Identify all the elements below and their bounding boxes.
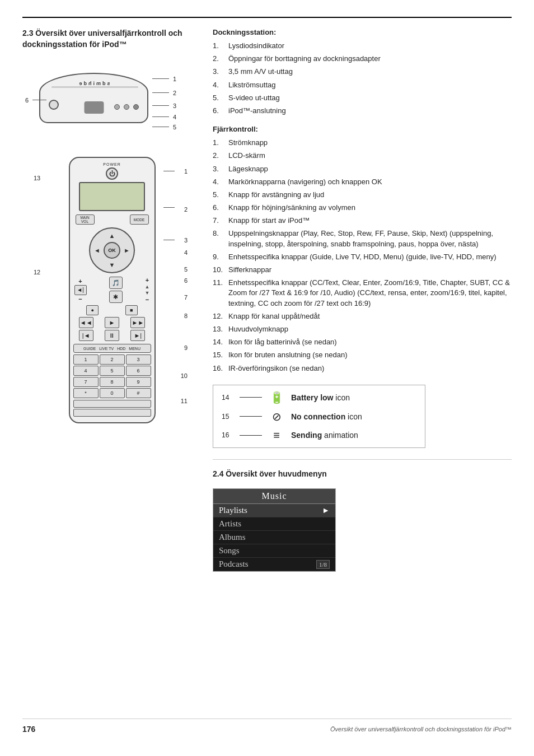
legend-line-15 (240, 416, 262, 417)
remote-lbl-3: 3 (184, 237, 188, 244)
btn-0[interactable]: 0 (100, 388, 125, 398)
power-section: POWER ⏻ (73, 162, 151, 180)
transport-row3: |◄ ⏸ ►| (73, 330, 151, 341)
remote-lbl-2: 2 (184, 206, 188, 213)
rec-btn[interactable]: ● (86, 305, 99, 315)
remote-item-4: 4. Markörknapparna (navigering) och knap… (213, 177, 512, 187)
remote-item-2: 2. LCD-skärm (213, 151, 512, 161)
ch-up[interactable]: ▲ (145, 284, 150, 290)
btn-8[interactable]: 8 (100, 377, 125, 387)
vol-minus-left[interactable]: − (78, 296, 82, 302)
page-number: 176 (22, 725, 35, 734)
pause-btn[interactable]: ⏸ (105, 330, 119, 341)
dock-knob (49, 100, 59, 110)
page: 2.3 Översikt över universalfjärrkontroll… (0, 0, 534, 756)
dock-item-6: 6. iPod™-anslutning (213, 106, 512, 116)
ch-plus-right[interactable]: + (146, 277, 149, 283)
menu-screenshot: Music Playlists ► Artists Albums Songs (213, 488, 336, 572)
mode-btn[interactable]: MODE (130, 214, 149, 225)
dock-diagram: sdmihde 1 2 3 4 5 6 (22, 59, 179, 146)
sending-animation-icon: ≡ (269, 429, 284, 442)
power-button[interactable]: ⏻ (106, 167, 118, 180)
guide-row[interactable]: GUIDE LIVE TV HDD MENU (73, 344, 151, 353)
dock-item-4: 4. Likströmsuttag (213, 80, 512, 90)
vol-plus-left[interactable]: + (78, 278, 82, 284)
btn-2[interactable]: 2 (100, 354, 125, 365)
power-label: POWER (103, 162, 120, 166)
line-6 (32, 100, 46, 100)
remote-item-1: 1. Strömknapp (213, 138, 512, 148)
btn-5[interactable]: 5 (100, 366, 125, 376)
btn-7[interactable]: 7 (73, 377, 99, 387)
btn-3[interactable]: 3 (126, 354, 151, 365)
stop-btn[interactable]: ■ (125, 305, 138, 315)
right-ch-group: + ▲ ▼ − (145, 277, 150, 303)
dock-item-3: 3. 3,5 mm A/V ut-uttag (213, 67, 512, 77)
main-content: 2.3 Översikt över universalfjärrkontroll… (22, 28, 512, 702)
remote-item-16: 16. IR-överföringsikon (se nedan) (213, 363, 512, 374)
ch-arrows: ▲ ▼ (145, 284, 150, 296)
menu-item-artists: Artists (213, 517, 335, 531)
legend-text-15: No connection icon (291, 412, 362, 421)
remote-lbl-4: 4 (184, 249, 188, 256)
line-4 (152, 116, 169, 117)
ch-minus-right[interactable]: − (146, 296, 149, 303)
ipod-btn[interactable]: 🎵 (109, 277, 123, 289)
btn-1[interactable]: 1 (73, 354, 99, 365)
rew-btn[interactable]: ◄◄ (79, 317, 93, 328)
star-btn[interactable]: ✱ (109, 291, 123, 303)
mute-btn[interactable]: ◄| (74, 285, 87, 295)
remote-item-5: 5. Knapp för avstängning av ljud (213, 190, 512, 200)
dock-body: sdmihde (39, 73, 148, 123)
dock-title: Dockningsstation: (213, 28, 512, 36)
skip-back-btn[interactable]: |◄ (79, 330, 93, 341)
num-grid: 1 2 3 4 5 6 7 8 9 * 0 # (73, 354, 151, 398)
dock-item-1: 1. Lysdiodsindikator (213, 41, 512, 51)
btn-6[interactable]: 6 (126, 366, 151, 376)
nav-down-arrow[interactable]: ▼ (109, 262, 115, 268)
artists-label: Artists (219, 519, 241, 529)
remote-item-8: 8. Uppspelningsknappar (Play, Rec, Stop,… (213, 228, 512, 249)
ff-btn[interactable]: ►► (130, 317, 145, 328)
ch-down[interactable]: ▼ (145, 290, 150, 296)
menu-title: Music (213, 489, 335, 504)
guide-lbl: GUIDE (83, 347, 96, 351)
nav-up-arrow[interactable]: ▲ (109, 232, 115, 239)
play-btn[interactable]: ► (105, 317, 119, 328)
footer-text: Översikt över universalfjärrkontroll och… (330, 726, 512, 732)
remote-item-10: 10. Sifferknappar (213, 265, 512, 275)
section-24: 2.4 Översikt över huvudmenyn Music Playl… (213, 459, 512, 572)
btn-star[interactable]: * (73, 388, 99, 398)
main-vol-btn[interactable]: MAINVOL (76, 214, 95, 225)
btn-4[interactable]: 4 (73, 366, 99, 376)
remote-lbl-12: 12 (34, 269, 40, 276)
remote-title: Fjärrkontroll: (213, 125, 512, 133)
legend-row-15: 15 ⊘ No connection icon (222, 410, 416, 423)
dock-num-4: 4 (173, 114, 176, 120)
dock-num-5: 5 (173, 124, 176, 130)
nav-left-arrow[interactable]: ◄ (94, 247, 100, 254)
line-1 (152, 78, 169, 79)
legend-text-16: Sending animation (291, 431, 358, 440)
legend-row-14: 14 🔋 Battery low icon (222, 391, 416, 404)
dock-port2 (114, 104, 120, 110)
legend-row-16: 16 ≡ Sending animation (222, 429, 416, 442)
remote-lbl-8: 8 (184, 312, 188, 319)
special-row-2[interactable] (73, 409, 151, 417)
menu-lbl: MENU (129, 347, 140, 351)
transport-row2: ◄◄ ► ►► (73, 317, 151, 328)
section-23-title: 2.3 Översikt över universalfjärrkontroll… (22, 28, 202, 50)
dock-num-2: 2 (173, 90, 176, 96)
nav-right-arrow[interactable]: ► (124, 247, 130, 254)
btn-hash[interactable]: # (126, 388, 151, 398)
line-2 (152, 92, 169, 93)
line-r2 (163, 207, 175, 208)
btn-9[interactable]: 9 (126, 377, 151, 387)
line-3 (152, 105, 169, 106)
transport-row1: ● ■ (73, 305, 151, 315)
ok-button[interactable]: OK (104, 242, 120, 259)
skip-fwd-btn[interactable]: ►| (130, 330, 145, 341)
special-row-1[interactable] (73, 400, 151, 408)
remote-item-11: 11. Enhetsspecifika knappar (CC/Text, Cl… (213, 278, 512, 309)
remote-item-13: 13. Huvudvolymknapp (213, 324, 512, 334)
